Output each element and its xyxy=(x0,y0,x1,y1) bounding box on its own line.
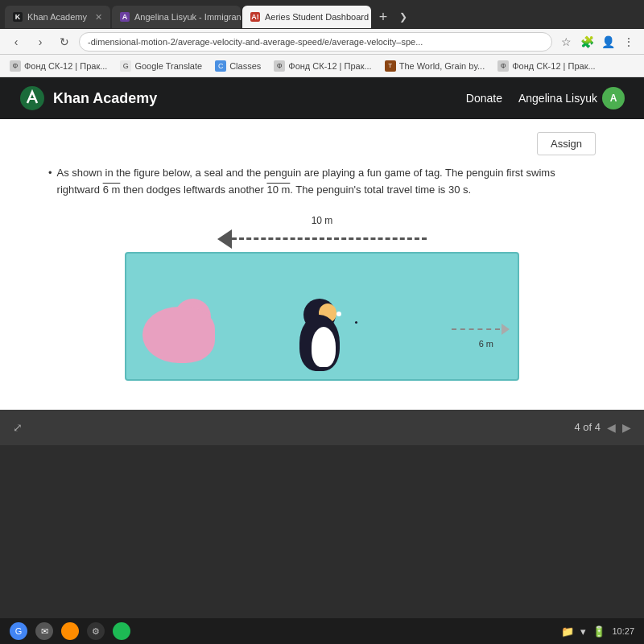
small-arrow-head xyxy=(502,324,510,335)
taskbar-left: G ✉ ⚙ xyxy=(10,622,130,640)
distance-2: 10 m xyxy=(266,184,290,196)
penguin-belly xyxy=(312,327,336,367)
bookmark-label-6: Фонд СК-12 | Прак... xyxy=(512,61,595,71)
travel-time: 30 s xyxy=(448,184,469,196)
user-menu[interactable]: Angelina Lisyuk A xyxy=(518,87,625,109)
penguin-body xyxy=(299,315,340,371)
forward-button[interactable]: › xyxy=(31,32,50,52)
reload-button[interactable]: ↻ xyxy=(55,32,74,52)
ka-logo-text: Khan Academy xyxy=(53,90,157,107)
game-box: 6 m xyxy=(125,252,519,381)
top-distance-label: 10 m xyxy=(121,215,523,226)
penguin-eye xyxy=(336,312,341,316)
big-arrow xyxy=(217,229,427,249)
bookmark-label-2: Google Translate xyxy=(134,61,202,71)
arrow-head-left xyxy=(217,229,232,249)
bookmark-5[interactable]: T The World, Grain by... xyxy=(382,59,489,73)
tab-khan-academy[interactable]: K Khan Academy ✕ xyxy=(5,6,110,28)
bookmark-4[interactable]: Ф Фонд СК-12 | Прак... xyxy=(270,59,374,73)
bookmark-icon-2: G xyxy=(120,60,131,72)
new-tab-button[interactable]: + xyxy=(373,6,394,27)
bookmark-2[interactable]: G Google Translate xyxy=(117,59,205,73)
menu-button[interactable]: ⋮ xyxy=(620,33,638,51)
bottom-left: ⤢ xyxy=(13,421,23,434)
problem-text-3: . The penguin's total travel time is xyxy=(290,184,448,196)
ka-logo[interactable]: Khan Academy xyxy=(19,85,157,111)
donate-button[interactable]: Donate xyxy=(466,92,502,105)
tab-label-1: Khan Academy xyxy=(27,12,87,22)
battery-icon: 🔋 xyxy=(592,625,605,638)
bookmark-label-5: The World, Grain by... xyxy=(399,61,485,71)
taskbar-right: 📁 ▾ 🔋 10:27 xyxy=(561,625,634,638)
bookmarks-bar: Ф Фонд СК-12 | Прак... G Google Translat… xyxy=(0,55,644,77)
tab-immigrant[interactable]: A Angelina Lisyuk - Immigrant P ✕ xyxy=(112,6,241,28)
taskbar-icon-2[interactable]: ✉ xyxy=(35,622,53,640)
ka-content: Assign • As shown in the figure below, a… xyxy=(0,119,644,410)
taskbar-icon-5[interactable] xyxy=(113,622,130,640)
seal-figure xyxy=(142,299,215,363)
bookmark-label-1: Фонд СК-12 | Прак... xyxy=(24,61,107,71)
tab-favicon-2: A xyxy=(120,12,130,22)
small-dashed-line xyxy=(452,328,500,330)
files-icon: 📁 xyxy=(561,625,574,638)
back-button[interactable]: ‹ xyxy=(6,32,26,52)
ka-nav: Donate Angelina Lisyuk A xyxy=(466,87,625,109)
penguin-figure xyxy=(295,299,344,371)
tab-label-2: Angelina Lisyuk - Immigrant P xyxy=(134,12,241,22)
small-arrow-row xyxy=(452,324,510,335)
next-page-button[interactable]: ▶ xyxy=(622,421,631,434)
address-bar: ‹ › ↻ -dimensional-motion-2/average-velo… xyxy=(0,29,644,55)
taskbar-icon-3[interactable] xyxy=(61,622,79,640)
problem-text-4: . xyxy=(469,184,472,196)
penguin-eye-dot xyxy=(355,321,357,324)
prev-page-button[interactable]: ◀ xyxy=(607,421,616,434)
tab-favicon-1: K xyxy=(13,12,23,22)
pagination: 4 of 4 ◀ ▶ xyxy=(574,421,631,434)
tab-bar: K Khan Academy ✕ A Angelina Lisyuk - Imm… xyxy=(0,0,644,29)
address-text: -dimensional-motion-2/average-velocity-a… xyxy=(88,37,423,47)
bookmark-icon-1: Ф xyxy=(10,60,21,72)
wifi-icon: ▾ xyxy=(580,625,586,638)
taskbar: G ✉ ⚙ 📁 ▾ 🔋 10:27 xyxy=(0,618,644,644)
pagination-text: 4 of 4 xyxy=(574,421,601,433)
bookmark-icon-4: Ф xyxy=(274,60,285,72)
arrow-row xyxy=(121,229,523,249)
bookmark-1[interactable]: Ф Фонд СК-12 | Прак... xyxy=(6,59,110,73)
bookmark-icon-3: C xyxy=(215,60,226,72)
figure-area: 10 m xyxy=(121,215,523,381)
expand-icon[interactable]: ⤢ xyxy=(13,421,23,434)
tab-chevron[interactable]: ❯ xyxy=(395,6,411,27)
ka-header: Khan Academy Donate Angelina Lisyuk A xyxy=(0,77,644,119)
bookmark-label-3: Classes xyxy=(229,61,261,71)
problem-body: As shown in the figure below, a seal and… xyxy=(57,165,596,199)
extension-button[interactable]: 🧩 xyxy=(578,33,596,51)
profile-button[interactable]: 👤 xyxy=(599,33,617,51)
user-avatar: A xyxy=(602,87,625,109)
time-display: 10:27 xyxy=(612,626,634,636)
taskbar-icon-1[interactable]: G xyxy=(10,622,27,640)
bookmark-icon-5: T xyxy=(385,60,396,72)
star-button[interactable]: ☆ xyxy=(557,33,575,51)
browser-chrome: K Khan Academy ✕ A Angelina Lisyuk - Imm… xyxy=(0,0,644,77)
bookmark-label-4: Фонд СК-12 | Прак... xyxy=(288,61,371,71)
six-m-label: 6 m xyxy=(479,339,493,349)
assign-row: Assign xyxy=(48,132,596,155)
address-input[interactable]: -dimensional-motion-2/average-velocity-a… xyxy=(79,32,552,52)
bookmark-6[interactable]: Ф Фонд СК-12 | Прак... xyxy=(494,59,598,73)
bullet-point: • xyxy=(48,165,52,199)
seal-body xyxy=(142,307,215,363)
tab-close-1[interactable]: ✕ xyxy=(95,12,102,23)
bookmark-3[interactable]: C Classes xyxy=(212,59,264,73)
tab-aeries[interactable]: A! Aeries Student Dashboard ✕ xyxy=(242,6,371,28)
bottom-bar: ⤢ 4 of 4 ◀ ▶ xyxy=(0,410,644,445)
bookmark-icon-6: Ф xyxy=(497,60,509,72)
ka-logo-icon xyxy=(19,85,45,111)
assign-button[interactable]: Assign xyxy=(537,132,596,155)
browser-actions: ☆ 🧩 👤 ⋮ xyxy=(557,33,638,51)
user-name: Angelina Lisyuk xyxy=(518,92,597,105)
problem-statement: • As shown in the figure below, a seal a… xyxy=(48,165,596,199)
taskbar-icon-4[interactable]: ⚙ xyxy=(87,622,105,640)
tab-favicon-3: A! xyxy=(250,12,260,22)
dashed-line xyxy=(232,237,427,240)
problem-text-2: then dodges leftwards another xyxy=(120,184,266,196)
